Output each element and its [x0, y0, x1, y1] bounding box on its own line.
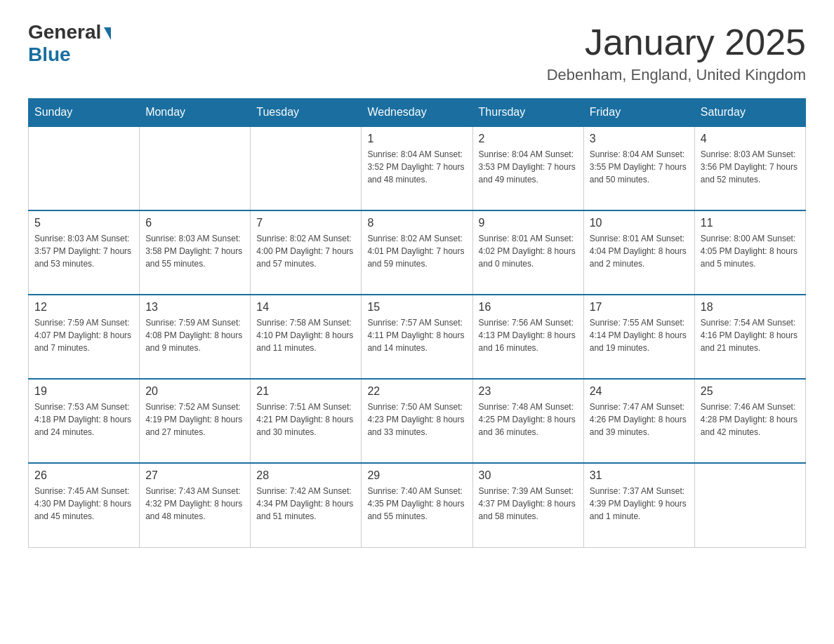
- day-info: Sunrise: 8:03 AM Sunset: 3:56 PM Dayligh…: [701, 148, 800, 186]
- day-number: 22: [367, 385, 466, 398]
- day-number: 2: [479, 133, 578, 145]
- week-row-4: 19Sunrise: 7:53 AM Sunset: 4:18 PM Dayli…: [29, 379, 806, 463]
- calendar-cell: [694, 463, 805, 547]
- day-info: Sunrise: 7:52 AM Sunset: 4:19 PM Dayligh…: [145, 401, 244, 438]
- calendar-cell: 10Sunrise: 8:01 AM Sunset: 4:04 PM Dayli…: [583, 210, 694, 295]
- calendar-cell: 18Sunrise: 7:54 AM Sunset: 4:16 PM Dayli…: [694, 295, 805, 379]
- day-header-wednesday: Wednesday: [362, 99, 472, 127]
- day-info: Sunrise: 8:04 AM Sunset: 3:52 PM Dayligh…: [367, 148, 466, 186]
- day-info: Sunrise: 8:00 AM Sunset: 4:05 PM Dayligh…: [701, 232, 800, 270]
- calendar-cell: 14Sunrise: 7:58 AM Sunset: 4:10 PM Dayli…: [251, 295, 362, 379]
- day-number: 11: [701, 217, 800, 229]
- day-info: Sunrise: 7:43 AM Sunset: 4:32 PM Dayligh…: [145, 485, 244, 523]
- day-number: 18: [701, 301, 800, 314]
- day-info: Sunrise: 7:50 AM Sunset: 4:23 PM Dayligh…: [367, 401, 466, 438]
- day-info: Sunrise: 7:54 AM Sunset: 4:16 PM Dayligh…: [701, 316, 800, 354]
- calendar-cell: 25Sunrise: 7:46 AM Sunset: 4:28 PM Dayli…: [694, 379, 805, 463]
- day-info: Sunrise: 7:53 AM Sunset: 4:18 PM Dayligh…: [34, 401, 133, 438]
- week-row-5: 26Sunrise: 7:45 AM Sunset: 4:30 PM Dayli…: [29, 463, 806, 547]
- calendar-cell: 7Sunrise: 8:02 AM Sunset: 4:00 PM Daylig…: [251, 210, 362, 295]
- calendar-title: January 2025: [547, 21, 806, 63]
- day-info: Sunrise: 7:37 AM Sunset: 4:39 PM Dayligh…: [590, 485, 689, 523]
- day-info: Sunrise: 8:02 AM Sunset: 4:00 PM Dayligh…: [256, 232, 355, 270]
- day-number: 21: [256, 385, 355, 398]
- day-number: 6: [145, 217, 244, 229]
- calendar-cell: 13Sunrise: 7:59 AM Sunset: 4:08 PM Dayli…: [140, 295, 251, 379]
- day-info: Sunrise: 8:03 AM Sunset: 3:57 PM Dayligh…: [34, 232, 133, 270]
- day-number: 15: [367, 301, 466, 314]
- day-info: Sunrise: 8:02 AM Sunset: 4:01 PM Dayligh…: [367, 232, 466, 270]
- day-info: Sunrise: 7:58 AM Sunset: 4:10 PM Dayligh…: [256, 316, 355, 354]
- day-info: Sunrise: 8:01 AM Sunset: 4:02 PM Dayligh…: [479, 232, 578, 270]
- day-number: 14: [256, 301, 355, 314]
- day-header-monday: Monday: [140, 99, 251, 127]
- calendar-cell: 2Sunrise: 8:04 AM Sunset: 3:53 PM Daylig…: [472, 126, 583, 210]
- day-info: Sunrise: 8:04 AM Sunset: 3:53 PM Dayligh…: [479, 148, 578, 186]
- calendar-cell: 17Sunrise: 7:55 AM Sunset: 4:14 PM Dayli…: [583, 295, 694, 379]
- calendar-body: 1Sunrise: 8:04 AM Sunset: 3:52 PM Daylig…: [29, 126, 806, 547]
- day-number: 31: [590, 469, 689, 482]
- calendar-table: SundayMondayTuesdayWednesdayThursdayFrid…: [28, 98, 806, 548]
- week-row-3: 12Sunrise: 7:59 AM Sunset: 4:07 PM Dayli…: [29, 295, 806, 379]
- day-info: Sunrise: 7:48 AM Sunset: 4:25 PM Dayligh…: [479, 401, 578, 438]
- calendar-cell: [29, 126, 140, 210]
- day-info: Sunrise: 7:59 AM Sunset: 4:07 PM Dayligh…: [34, 316, 133, 354]
- calendar-cell: 3Sunrise: 8:04 AM Sunset: 3:55 PM Daylig…: [583, 126, 694, 210]
- day-header-friday: Friday: [583, 99, 694, 127]
- calendar-cell: 30Sunrise: 7:39 AM Sunset: 4:37 PM Dayli…: [472, 463, 583, 547]
- page-header: General Blue January 2025 Debenham, Engl…: [28, 21, 806, 84]
- calendar-cell: 27Sunrise: 7:43 AM Sunset: 4:32 PM Dayli…: [140, 463, 251, 547]
- calendar-cell: 19Sunrise: 7:53 AM Sunset: 4:18 PM Dayli…: [29, 379, 140, 463]
- day-number: 29: [367, 469, 466, 482]
- day-number: 19: [34, 385, 133, 398]
- calendar-cell: 16Sunrise: 7:56 AM Sunset: 4:13 PM Dayli…: [472, 295, 583, 379]
- day-number: 13: [145, 301, 244, 314]
- day-number: 20: [145, 385, 244, 398]
- day-number: 8: [367, 217, 466, 229]
- logo-blue-text: Blue: [28, 43, 71, 66]
- calendar-cell: 31Sunrise: 7:37 AM Sunset: 4:39 PM Dayli…: [583, 463, 694, 547]
- day-number: 17: [590, 301, 689, 314]
- day-info: Sunrise: 7:39 AM Sunset: 4:37 PM Dayligh…: [479, 485, 578, 523]
- day-header-sunday: Sunday: [29, 99, 140, 127]
- day-info: Sunrise: 7:51 AM Sunset: 4:21 PM Dayligh…: [256, 401, 355, 438]
- calendar-header: SundayMondayTuesdayWednesdayThursdayFrid…: [29, 99, 806, 127]
- day-number: 10: [590, 217, 689, 229]
- logo-text: General: [28, 21, 111, 43]
- calendar-cell: 1Sunrise: 8:04 AM Sunset: 3:52 PM Daylig…: [362, 126, 472, 210]
- logo-arrow-icon: [104, 27, 111, 40]
- day-number: 3: [590, 133, 689, 145]
- day-header-tuesday: Tuesday: [251, 99, 362, 127]
- logo: General Blue: [28, 21, 111, 66]
- day-number: 30: [479, 469, 578, 482]
- calendar-cell: 22Sunrise: 7:50 AM Sunset: 4:23 PM Dayli…: [362, 379, 472, 463]
- day-number: 26: [34, 469, 133, 482]
- calendar-cell: 8Sunrise: 8:02 AM Sunset: 4:01 PM Daylig…: [362, 210, 472, 295]
- week-row-1: 1Sunrise: 8:04 AM Sunset: 3:52 PM Daylig…: [29, 126, 806, 210]
- day-number: 27: [145, 469, 244, 482]
- calendar-cell: 23Sunrise: 7:48 AM Sunset: 4:25 PM Dayli…: [472, 379, 583, 463]
- calendar-cell: 26Sunrise: 7:45 AM Sunset: 4:30 PM Dayli…: [29, 463, 140, 547]
- day-info: Sunrise: 7:56 AM Sunset: 4:13 PM Dayligh…: [479, 316, 578, 354]
- calendar-cell: 28Sunrise: 7:42 AM Sunset: 4:34 PM Dayli…: [251, 463, 362, 547]
- day-number: 9: [479, 217, 578, 229]
- day-number: 12: [34, 301, 133, 314]
- calendar-cell: 29Sunrise: 7:40 AM Sunset: 4:35 PM Dayli…: [362, 463, 472, 547]
- title-block: January 2025 Debenham, England, United K…: [547, 21, 806, 84]
- day-number: 1: [367, 133, 466, 145]
- calendar-cell: [140, 126, 251, 210]
- calendar-cell: 11Sunrise: 8:00 AM Sunset: 4:05 PM Dayli…: [694, 210, 805, 295]
- day-info: Sunrise: 8:03 AM Sunset: 3:58 PM Dayligh…: [145, 232, 244, 270]
- calendar-cell: 21Sunrise: 7:51 AM Sunset: 4:21 PM Dayli…: [251, 379, 362, 463]
- day-info: Sunrise: 7:59 AM Sunset: 4:08 PM Dayligh…: [145, 316, 244, 354]
- day-info: Sunrise: 7:40 AM Sunset: 4:35 PM Dayligh…: [367, 485, 466, 523]
- calendar-subtitle: Debenham, England, United Kingdom: [547, 66, 806, 84]
- day-header-saturday: Saturday: [694, 99, 805, 127]
- day-info: Sunrise: 7:45 AM Sunset: 4:30 PM Dayligh…: [34, 485, 133, 523]
- day-info: Sunrise: 8:04 AM Sunset: 3:55 PM Dayligh…: [590, 148, 689, 186]
- day-number: 5: [34, 217, 133, 229]
- calendar-cell: 5Sunrise: 8:03 AM Sunset: 3:57 PM Daylig…: [29, 210, 140, 295]
- day-number: 25: [701, 385, 800, 398]
- calendar-cell: 6Sunrise: 8:03 AM Sunset: 3:58 PM Daylig…: [140, 210, 251, 295]
- day-info: Sunrise: 7:42 AM Sunset: 4:34 PM Dayligh…: [256, 485, 355, 523]
